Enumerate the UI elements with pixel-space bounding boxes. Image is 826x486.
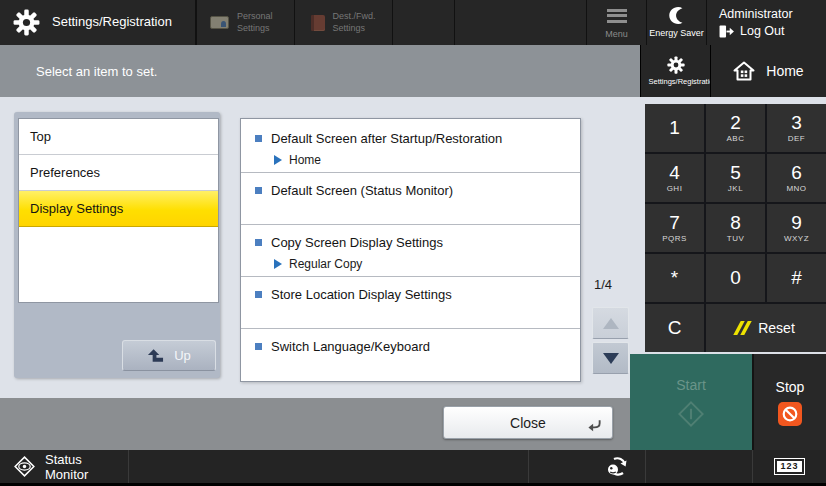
personal-settings-icon <box>210 16 229 29</box>
key-8[interactable]: 8TUV <box>706 204 765 252</box>
nav-list: Top Preferences Display Settings <box>18 118 219 303</box>
clear-key[interactable]: C <box>645 304 704 352</box>
up-button[interactable]: Up <box>122 340 216 371</box>
tab-personal-settings[interactable]: Personal Settings <box>196 0 294 45</box>
setting-item-switch-language-keyboard[interactable]: Switch Language/Keyboard <box>241 329 580 381</box>
nav-item-top[interactable]: Top <box>19 119 218 155</box>
key-6[interactable]: 6MNO <box>767 154 826 202</box>
key-7[interactable]: 7PQRS <box>645 204 704 252</box>
status-monitor-label: Status Monitor <box>45 452 128 482</box>
moon-icon <box>668 7 685 24</box>
value-arrow-icon <box>274 259 282 269</box>
dest-fwd-settings-icon <box>311 15 325 31</box>
subheader-row: Select an item to set. Settings/Registra… <box>0 45 826 97</box>
settings-registration-header: Settings/Registration <box>0 0 196 45</box>
bullet-icon <box>255 187 262 194</box>
content-area: Top Preferences Display Settings Up Defa… <box>0 97 630 450</box>
key-9[interactable]: 9WXYZ <box>767 204 826 252</box>
main-area: Top Preferences Display Settings Up Defa… <box>0 97 826 450</box>
status-message-text: Select an item to set. <box>36 64 157 79</box>
key-0[interactable]: 0 <box>706 254 765 302</box>
tab-label: Dest./Fwd. Settings <box>333 11 377 34</box>
language-switch-button[interactable] <box>528 450 645 483</box>
up-arrow-icon <box>147 349 164 362</box>
setting-label: Default Screen after Startup/Restoration <box>271 131 502 146</box>
page-indicator: 1/4 <box>580 277 626 292</box>
tab-label: Personal Settings <box>237 11 281 34</box>
log-out-icon <box>719 25 734 38</box>
bullet-icon <box>255 135 262 142</box>
setting-label: Copy Screen Display Settings <box>271 235 443 250</box>
home-icon <box>733 61 755 81</box>
energy-saver-label: Energy Saver <box>649 28 704 38</box>
user-name: Administrator <box>719 7 826 21</box>
counter-check-button[interactable]: 123 <box>752 450 826 483</box>
log-out-label: Log Out <box>740 24 784 38</box>
nav-item-preferences[interactable]: Preferences <box>19 155 218 191</box>
page-down-button[interactable] <box>592 342 629 374</box>
triangle-down-icon <box>603 353 619 364</box>
topbar-spacer <box>454 0 586 45</box>
setting-value: Home <box>289 153 321 167</box>
setting-label: Store Location Display Settings <box>271 287 452 302</box>
bottombar-spacer <box>128 450 528 483</box>
home-button[interactable]: Home <box>710 45 826 97</box>
setting-label: Default Screen (Status Monitor) <box>271 183 453 198</box>
bullet-icon <box>255 239 262 246</box>
stop-label: Stop <box>776 379 805 395</box>
gear-icon <box>13 9 40 36</box>
bottom-bar: Status Monitor 123 <box>0 450 826 483</box>
stop-button[interactable]: Stop <box>752 354 826 450</box>
gear-icon <box>667 56 685 74</box>
stop-prohibition-icon <box>778 402 802 426</box>
nav-item-display-settings[interactable]: Display Settings <box>19 191 218 227</box>
key-3[interactable]: 3DEF <box>767 104 826 152</box>
reset-slash-icon <box>737 321 748 335</box>
top-bar: Settings/Registration Personal Settings … <box>0 0 826 45</box>
key-4[interactable]: 4GHI <box>645 154 704 202</box>
menu-button[interactable]: Menu <box>586 0 646 45</box>
key-hash[interactable]: # <box>767 254 826 302</box>
up-button-label: Up <box>174 348 191 363</box>
tab-dest-fwd-settings[interactable]: Dest./Fwd. Settings <box>294 0 392 45</box>
key-5[interactable]: 5JKL <box>706 154 765 202</box>
key-2[interactable]: 2ABC <box>706 104 765 152</box>
page-title: Settings/Registration <box>52 14 144 30</box>
hard-key-sidebar: 1 2ABC 3DEF 4GHI 5JKL 6MNO 7PQRS 8TUV 9W… <box>630 97 826 450</box>
bullet-icon <box>255 291 262 298</box>
reset-button[interactable]: Reset <box>706 304 826 352</box>
setting-item-default-screen-status-monitor[interactable]: Default Screen (Status Monitor) <box>241 173 580 225</box>
start-stop-section: Start Stop <box>630 354 826 450</box>
key-star[interactable]: * <box>645 254 704 302</box>
bullet-icon <box>255 343 262 350</box>
status-monitor-button[interactable]: Status Monitor <box>0 450 128 483</box>
close-button[interactable]: Close <box>443 406 613 439</box>
menu-label: Menu <box>605 29 628 39</box>
setting-item-store-location-display[interactable]: Store Location Display Settings <box>241 277 580 329</box>
counter-icon: 123 <box>774 458 804 475</box>
numeric-keypad: 1 2ABC 3DEF 4GHI 5JKL 6MNO 7PQRS 8TUV 9W… <box>645 104 826 352</box>
setting-item-copy-screen-display[interactable]: Copy Screen Display Settings Regular Cop… <box>241 225 580 277</box>
settings-registration-button[interactable]: Settings/Registration <box>640 45 710 97</box>
setting-value: Regular Copy <box>289 257 362 271</box>
start-label: Start <box>676 377 706 393</box>
key-1[interactable]: 1 <box>645 104 704 152</box>
start-button[interactable]: Start <box>630 354 752 450</box>
return-arrow-icon <box>587 419 602 432</box>
status-monitor-icon <box>14 456 35 477</box>
setting-label: Switch Language/Keyboard <box>271 339 430 354</box>
device-screen: Settings/Registration Personal Settings … <box>0 0 826 486</box>
energy-saver-button[interactable]: Energy Saver <box>646 0 706 45</box>
log-out-button[interactable]: Administrator Log Out <box>706 0 826 45</box>
value-arrow-icon <box>274 155 282 165</box>
close-button-label: Close <box>510 415 546 431</box>
bottombar-spacer <box>645 450 752 483</box>
menu-icon <box>607 6 627 25</box>
triangle-up-icon <box>603 318 619 329</box>
settings-list: Default Screen after Startup/Restoration… <box>240 118 581 382</box>
home-label: Home <box>766 63 803 79</box>
page-up-button[interactable] <box>592 307 629 339</box>
start-diamond-icon <box>677 400 705 428</box>
bottom-action-strip: Close <box>0 398 630 450</box>
setting-item-default-screen-startup[interactable]: Default Screen after Startup/Restoration… <box>241 121 580 173</box>
